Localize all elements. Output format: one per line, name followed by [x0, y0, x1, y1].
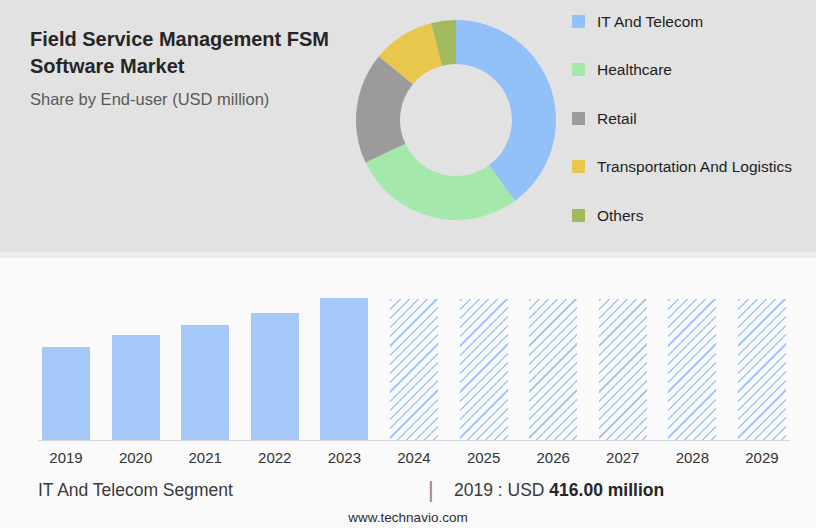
bar-column-2022: [247, 313, 303, 440]
website-url: www.technavio.com: [0, 510, 816, 525]
x-tick-2023: 2023: [316, 449, 372, 466]
x-tick-2022: 2022: [247, 449, 303, 466]
donut-chart-svg: [353, 17, 559, 223]
bar-2019: [42, 347, 90, 440]
bar-2025: [460, 299, 508, 440]
legend-swatch-healthcare: [572, 63, 585, 76]
footer-row: IT And Telecom Segment | 2019 : USD 416.…: [0, 480, 816, 506]
donut-slice-it-and-telecom: [456, 20, 556, 201]
legend-item-others: Others: [572, 206, 792, 225]
footer-value: 2019 : USD 416.00 million: [454, 480, 664, 501]
bar-column-2019: [38, 347, 94, 440]
legend-label-it-and-telecom: IT And Telecom: [597, 12, 703, 31]
donut-chart: [353, 17, 559, 223]
bar-column-2028: [664, 299, 720, 440]
legend-swatch-transportation-and-logistics: [572, 160, 585, 173]
footer-divider: |: [428, 477, 434, 503]
legend-item-transportation-and-logistics: Transportation And Logistics: [572, 157, 792, 176]
title-block: Field Service Management FSM Software Ma…: [30, 26, 362, 110]
legend-item-it-and-telecom: IT And Telecom: [572, 12, 792, 31]
legend-label-healthcare: Healthcare: [597, 60, 672, 79]
x-tick-2028: 2028: [664, 449, 720, 466]
x-tick-2019: 2019: [38, 449, 94, 466]
segment-label: IT And Telecom Segment: [38, 480, 233, 501]
legend-swatch-others: [572, 209, 585, 222]
donut-legend: IT And Telecom Healthcare Retail Transpo…: [572, 12, 792, 254]
donut-slice-healthcare: [366, 144, 515, 220]
page-title: Field Service Management FSM Software Ma…: [30, 26, 362, 80]
legend-item-retail: Retail: [572, 109, 792, 128]
bar-2029: [738, 299, 786, 440]
bar-column-2026: [525, 299, 581, 440]
x-tick-2026: 2026: [525, 449, 581, 466]
bar-column-2027: [595, 299, 651, 440]
bar-column-2020: [108, 335, 164, 440]
legend-item-healthcare: Healthcare: [572, 60, 792, 79]
x-tick-2020: 2020: [108, 449, 164, 466]
bar-column-2029: [734, 299, 790, 440]
bar-2022: [251, 313, 299, 440]
x-tick-2027: 2027: [595, 449, 651, 466]
x-axis-labels: 2019202020212022202320242025202620272028…: [38, 449, 790, 466]
page-subtitle: Share by End-user (USD million): [30, 89, 362, 110]
legend-label-transportation-and-logistics: Transportation And Logistics: [597, 157, 792, 176]
x-tick-2021: 2021: [177, 449, 233, 466]
legend-label-retail: Retail: [597, 109, 637, 128]
bar-2026: [529, 299, 577, 440]
bar-2027: [599, 299, 647, 440]
x-tick-2024: 2024: [386, 449, 442, 466]
bar-chart: [38, 298, 790, 440]
bar-column-2023: [316, 298, 372, 440]
bar-2028: [668, 299, 716, 440]
legend-swatch-retail: [572, 112, 585, 125]
x-tick-2025: 2025: [456, 449, 512, 466]
bar-2023: [320, 298, 368, 440]
bar-column-2024: [386, 299, 442, 440]
legend-swatch-it-and-telecom: [572, 15, 585, 28]
bar-2024: [390, 299, 438, 440]
bar-column-2021: [177, 325, 233, 440]
bar-column-2025: [456, 299, 512, 440]
donut-section: Field Service Management FSM Software Ma…: [0, 0, 816, 252]
x-axis-line: [38, 440, 790, 441]
x-tick-2029: 2029: [734, 449, 790, 466]
market-infographic: Field Service Management FSM Software Ma…: [0, 0, 816, 528]
bar-2021: [181, 325, 229, 440]
legend-label-others: Others: [597, 206, 644, 225]
bar-chart-section: 2019202020212022202320242025202620272028…: [0, 258, 816, 528]
bar-2020: [112, 335, 160, 440]
footer-value-amount: 416.00 million: [549, 480, 664, 500]
footer-value-prefix: 2019 : USD: [454, 480, 544, 500]
